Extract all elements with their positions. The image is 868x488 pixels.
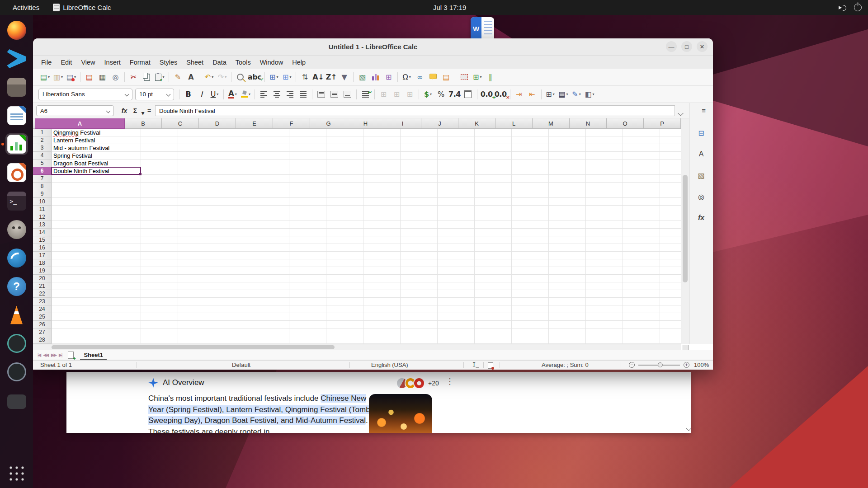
cell-A3[interactable]: Mid - autumn Festival xyxy=(52,144,143,152)
column-header-J[interactable]: J xyxy=(421,118,458,129)
last-sheet-icon[interactable]: ▶| xyxy=(59,352,61,357)
font-name-combobox[interactable]: Liberation Sans xyxy=(38,89,132,100)
row-header-11[interactable]: 11 xyxy=(33,206,52,213)
paste-button[interactable]: ▾ xyxy=(153,71,166,84)
column-header-B[interactable]: B xyxy=(125,118,162,129)
dock-item-gimp[interactable] xyxy=(5,219,28,240)
new-button[interactable]: ▤▾ xyxy=(38,71,52,84)
insert-hyperlink-button[interactable]: ∞ xyxy=(413,71,426,84)
align-center-button[interactable] xyxy=(270,88,283,101)
row-header-8[interactable]: 8 xyxy=(33,183,52,190)
redo-button[interactable]: ↷▾ xyxy=(216,71,229,84)
align-left-button[interactable] xyxy=(257,88,270,101)
menu-view[interactable]: View xyxy=(76,57,99,67)
festival-photo[interactable] xyxy=(369,394,432,433)
border-color-button[interactable]: ✎▾ xyxy=(570,88,583,101)
language[interactable]: English (USA) xyxy=(371,361,408,368)
menu-tools[interactable]: Tools xyxy=(231,57,255,67)
column-header-A[interactable]: A xyxy=(35,118,125,129)
underline-button[interactable]: U▾ xyxy=(208,88,221,101)
row-header-6[interactable]: 6 xyxy=(33,167,52,175)
clone-formatting-button[interactable]: ✎ xyxy=(171,71,184,84)
clear-formatting-button[interactable]: A xyxy=(184,71,198,84)
unmerge-cells-button[interactable]: ⊞ xyxy=(403,88,416,101)
document-modified-icon[interactable] xyxy=(488,362,493,370)
cell-A5[interactable]: Dragon Boat Festival xyxy=(52,160,143,167)
row-header-5[interactable]: 5 xyxy=(33,160,52,167)
border-style-button[interactable]: ▤▾ xyxy=(557,88,570,101)
dock-item-settings[interactable] xyxy=(5,333,28,354)
column-header-H[interactable]: H xyxy=(347,118,384,129)
dock-item-impress[interactable] xyxy=(5,162,28,183)
word-document-icon[interactable]: W xyxy=(471,17,494,40)
function-wizard-button[interactable]: fx xyxy=(119,105,130,116)
row-header-13[interactable]: 13 xyxy=(33,221,52,229)
pivot-table-button[interactable]: ⊞ xyxy=(382,71,395,84)
formula-input[interactable]: Double Ninth Festival xyxy=(155,105,675,116)
insert-column-button[interactable]: ⊞▾ xyxy=(280,71,293,84)
clock[interactable]: Jul 3 17:19 xyxy=(433,0,466,15)
dock-item-thunderbird[interactable] xyxy=(5,247,28,269)
sidebar-gallery-icon[interactable]: ▧ xyxy=(694,169,708,182)
row-header-19[interactable]: 19 xyxy=(33,267,52,275)
column-header-O[interactable]: O xyxy=(607,118,644,129)
dock-item-software[interactable] xyxy=(5,361,28,383)
zoom-in-icon[interactable]: + xyxy=(684,362,689,368)
row-header-18[interactable]: 18 xyxy=(33,259,52,267)
select-function-button[interactable]: Σ xyxy=(131,105,140,116)
merge-and-center-button[interactable]: ⊞ xyxy=(377,88,390,101)
cell-selection-outline[interactable] xyxy=(51,167,141,175)
menu-sheet[interactable]: Sheet xyxy=(182,57,208,67)
conditional-formatting-button[interactable]: ◧▾ xyxy=(583,88,596,101)
row-header-20[interactable]: 20 xyxy=(33,275,52,282)
row-header-15[interactable]: 15 xyxy=(33,236,52,244)
dock-item-writer[interactable] xyxy=(5,105,28,127)
insert-mode-icon[interactable]: I̲ xyxy=(472,361,479,368)
row-header-9[interactable]: 9 xyxy=(33,190,52,198)
open-button[interactable]: ▥▾ xyxy=(52,71,65,84)
row-header-23[interactable]: 23 xyxy=(33,298,52,305)
find-replace-button[interactable] xyxy=(234,71,247,84)
sidebar-navigator-icon[interactable]: ◎ xyxy=(694,190,708,203)
system-tray[interactable] xyxy=(839,0,862,15)
column-header-C[interactable]: C xyxy=(162,118,199,129)
print-preview-button[interactable]: ◎ xyxy=(109,71,122,84)
menu-help[interactable]: Help xyxy=(288,57,310,67)
currency-button[interactable]: $▾ xyxy=(421,88,434,101)
row-header-17[interactable]: 17 xyxy=(33,252,52,259)
horizontal-scroll-thumb[interactable] xyxy=(52,345,335,349)
kebab-menu-icon[interactable]: ⋮ xyxy=(446,376,454,386)
menu-insert[interactable]: Insert xyxy=(100,57,125,67)
freeze-rows-columns-button[interactable]: ⊞▾ xyxy=(471,71,484,84)
sheet-navigation[interactable]: |◀ ◀◀ ▶▶ ▶| xyxy=(38,352,61,357)
center-vertically-button[interactable] xyxy=(328,88,341,101)
spreadsheet-grid[interactable]: ABCDEFGHIJKLMNOP 12345678910111213141516… xyxy=(33,118,681,344)
dock-item-show-apps[interactable] xyxy=(5,463,28,484)
font-size-combobox[interactable]: 10 pt xyxy=(135,89,174,100)
spelling-button[interactable]: abc xyxy=(247,71,262,84)
sidebar-functions-icon[interactable]: fx xyxy=(694,211,708,224)
dock-item-help[interactable] xyxy=(5,276,28,297)
maximize-button[interactable]: □ xyxy=(681,41,692,52)
autofilter-button[interactable]: ▼ xyxy=(338,71,351,84)
row-header-21[interactable]: 21 xyxy=(33,282,52,290)
titlebar[interactable]: Untitled 1 - LibreOffice Calc — □ ✕ xyxy=(33,38,713,56)
first-sheet-icon[interactable]: |◀ xyxy=(38,352,40,357)
dock-item-files[interactable] xyxy=(5,76,28,98)
cell-A1[interactable]: Qingming Festival xyxy=(52,129,143,136)
vertical-scrollbar[interactable] xyxy=(681,118,689,344)
scroll-down-icon[interactable] xyxy=(687,424,691,432)
page-style[interactable]: Default xyxy=(232,361,250,368)
column-header-E[interactable]: E xyxy=(236,118,273,129)
row-header-3[interactable]: 3 xyxy=(33,144,52,152)
print-area-button[interactable] xyxy=(458,71,471,84)
activities-button[interactable]: Activities xyxy=(9,4,43,11)
insert-image-button[interactable]: ▧ xyxy=(356,71,369,84)
row-header-12[interactable]: 12 xyxy=(33,213,52,221)
decrease-indent-button[interactable]: ⇤ xyxy=(526,88,539,101)
row-header-22[interactable]: 22 xyxy=(33,290,52,298)
row-header-25[interactable]: 25 xyxy=(33,313,52,321)
merge-cells-button[interactable]: ⊞ xyxy=(390,88,403,101)
previous-sheet-icon[interactable]: ◀◀ xyxy=(43,352,48,357)
menu-edit[interactable]: Edit xyxy=(56,57,76,67)
